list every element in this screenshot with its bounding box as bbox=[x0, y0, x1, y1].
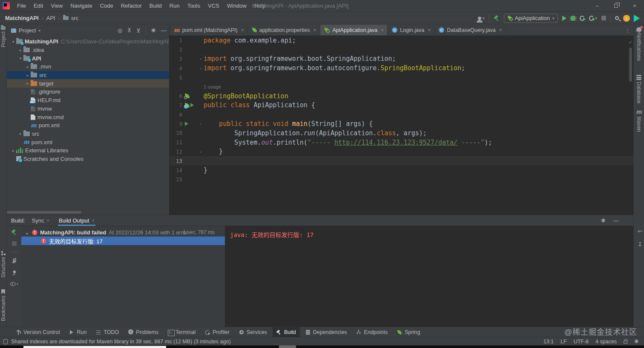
menu-view[interactable]: View bbox=[47, 0, 66, 12]
toolwindow-button-profiler[interactable]: Profiler bbox=[201, 327, 233, 337]
tab-close-icon[interactable]: × bbox=[46, 218, 49, 223]
fold-marker[interactable]: ▴ bbox=[198, 66, 204, 70]
menu-code[interactable]: Code bbox=[96, 0, 117, 12]
editor-tab-applicationproperties[interactable]: application.properties× bbox=[248, 25, 320, 35]
inspections-ok-icon[interactable]: ✓ bbox=[629, 39, 632, 45]
build-settings-gear-icon[interactable]: ✱ bbox=[601, 217, 606, 224]
toolwindow-button-services[interactable]: Services bbox=[235, 327, 271, 337]
menu-file[interactable]: File bbox=[13, 0, 30, 12]
status-item-131[interactable]: 13:1 bbox=[543, 339, 554, 345]
tree-row-mvnw[interactable]: mvnw bbox=[7, 105, 169, 113]
tree-row-gitignore[interactable]: .gitignore bbox=[7, 88, 169, 96]
status-item-4spaces[interactable]: 4 spaces bbox=[595, 339, 617, 345]
menu-build[interactable]: Build bbox=[146, 0, 166, 12]
soft-wrap-icon[interactable]: ↩ bbox=[638, 228, 642, 234]
tree-arrow[interactable]: ▸ bbox=[25, 65, 31, 69]
tree-row-pomxml[interactable]: mpom.xml bbox=[7, 121, 169, 130]
tree-row-MatchingAPI[interactable]: ▾MatchingAPIC:\Users\Dave-Cui\IdeaProjec… bbox=[7, 37, 169, 46]
tree-row-target[interactable]: ▸target bbox=[7, 79, 169, 88]
stop-build-button[interactable] bbox=[12, 241, 17, 246]
menu-edit[interactable]: Edit bbox=[30, 0, 47, 12]
editor-area[interactable]: mpom.xml (MatchingAPI)×application.prope… bbox=[170, 25, 633, 215]
tree-arrow[interactable]: ▸ bbox=[25, 81, 31, 86]
ide-plugin-icon[interactable] bbox=[634, 15, 640, 22]
tab-close-icon[interactable]: × bbox=[241, 27, 244, 33]
tree-arrow[interactable]: ⌄ bbox=[25, 229, 29, 236]
editor-scrollbar[interactable]: ✓ bbox=[628, 36, 633, 215]
tree-row-ScratchesandConsoles[interactable]: Scratches and Consoles bbox=[7, 155, 169, 163]
menu-window[interactable]: Window bbox=[223, 0, 250, 12]
editor-tab-pomxmlMatchingAPI[interactable]: mpom.xml (MatchingAPI)× bbox=[170, 25, 248, 35]
run-icon[interactable] bbox=[190, 103, 194, 107]
toolwindow-button-run[interactable]: Run bbox=[65, 327, 90, 337]
run-configuration-select[interactable]: ApiApplication ▾ bbox=[504, 14, 558, 23]
scrollbar-thumb[interactable] bbox=[629, 48, 632, 82]
spring-bean-icon[interactable] bbox=[185, 103, 190, 108]
tool-stripe-bookmarks[interactable]: Bookmarks bbox=[0, 289, 6, 321]
toolwindow-button-problems[interactable]: Problems bbox=[124, 327, 162, 337]
breadcrumb-item-matchingapi[interactable]: MatchingAPI bbox=[5, 15, 39, 21]
build-row-0[interactable]: ⌄!MatchingAPI: build failedAt 2022/12/26… bbox=[21, 228, 225, 237]
menu-refactor[interactable]: Refactor bbox=[117, 0, 146, 12]
toolwindow-button-dependencies[interactable]: Dependencies bbox=[302, 327, 351, 337]
usage-hint[interactable]: 1 usage bbox=[204, 84, 221, 89]
build-row-1[interactable]: !无效的目标发行版: 17 bbox=[21, 237, 225, 245]
tool-stripe-database[interactable]: Database bbox=[634, 75, 644, 103]
toolwindow-button-terminal[interactable]: Terminal bbox=[164, 327, 199, 337]
tool-stripe-maven[interactable]: m Maven bbox=[634, 109, 644, 132]
run-button[interactable] bbox=[562, 16, 566, 21]
toolwindow-button-version-control[interactable]: Version Control bbox=[12, 327, 63, 337]
toolwindow-button-todo[interactable]: TODO bbox=[92, 327, 123, 337]
menu-navigate[interactable]: Navigate bbox=[66, 0, 96, 12]
editor-tab-ApiApplicationjava[interactable]: ApiApplication.java× bbox=[320, 25, 388, 35]
tree-arrow[interactable]: ▾ bbox=[17, 56, 23, 60]
tree-row-mvnwcmd[interactable]: mvnw.cmd bbox=[7, 113, 169, 121]
minimize-button[interactable]: – bbox=[588, 0, 607, 12]
breadcrumb-item-api[interactable]: API bbox=[46, 15, 55, 21]
scroll-to-end-icon[interactable]: ↧ bbox=[638, 241, 642, 248]
run-icon[interactable] bbox=[185, 122, 188, 126]
tree-row-API[interactable]: ▾API bbox=[7, 54, 169, 63]
tab-close-icon[interactable]: × bbox=[499, 27, 502, 33]
editor-tab-DataBaseQueryjava[interactable]: CDataBaseQuery.java× bbox=[434, 25, 506, 35]
build-console[interactable]: java: 无效的目标发行版: 17 bbox=[225, 226, 633, 327]
tree-row-idea[interactable]: ▸.idea bbox=[7, 46, 169, 54]
search-everywhere-button[interactable] bbox=[615, 16, 619, 20]
tab-close-icon[interactable]: × bbox=[381, 27, 384, 33]
spring-search-icon[interactable] bbox=[185, 94, 190, 98]
coverage-run-button[interactable]: ▾ bbox=[589, 16, 597, 21]
build-project-button[interactable] bbox=[494, 15, 500, 21]
status-item-UTF8[interactable]: UTF-8 bbox=[574, 339, 589, 345]
tree-arrow[interactable]: ▸ bbox=[25, 73, 31, 77]
update-available-button[interactable]: ↑ bbox=[623, 15, 630, 22]
fold-marker[interactable]: ▴ bbox=[198, 150, 204, 154]
tool-stripe-project[interactable]: Project bbox=[0, 26, 6, 47]
tab-close-icon[interactable]: × bbox=[313, 27, 316, 33]
tree-row-src[interactable]: ▸src bbox=[7, 130, 169, 138]
view-options-button[interactable]: ▾ bbox=[10, 282, 18, 286]
tree-arrow[interactable]: ▸ bbox=[17, 131, 23, 136]
project-view-select[interactable]: Project ▾ bbox=[11, 27, 40, 34]
collapse-all-button[interactable]: ⊻ bbox=[137, 27, 141, 34]
tool-stripe-notifications[interactable]: Notifications bbox=[634, 27, 644, 61]
readonly-lock-icon[interactable] bbox=[624, 341, 627, 344]
tab-close-icon[interactable]: × bbox=[428, 27, 431, 33]
expand-all-button[interactable]: ⊼ bbox=[127, 27, 132, 34]
tree-row-HELPmd[interactable]: MDHELP.md bbox=[7, 96, 169, 105]
debug-button[interactable] bbox=[571, 16, 575, 21]
menu-tools[interactable]: Tools bbox=[184, 0, 204, 12]
tree-row-mvn[interactable]: ▸.mvn bbox=[7, 63, 169, 71]
user-profile-button[interactable]: ▾ bbox=[477, 16, 485, 20]
stop-button[interactable] bbox=[601, 16, 606, 20]
pin-tab-button[interactable] bbox=[11, 270, 17, 276]
breadcrumb-item-src[interactable]: src bbox=[71, 15, 78, 21]
menu-vcs[interactable]: VCS bbox=[204, 0, 223, 12]
event-log-gear-icon[interactable]: ✱ bbox=[634, 338, 639, 345]
fold-marker[interactable]: ▾ bbox=[198, 122, 204, 126]
menu-run[interactable]: Run bbox=[166, 0, 184, 12]
status-item-LF[interactable]: LF bbox=[561, 339, 567, 345]
tree-row-ExternalLibraries[interactable]: ▸External Libraries bbox=[7, 146, 169, 155]
tree-row-pomxml[interactable]: mpom.xml bbox=[7, 138, 169, 146]
code-editor[interactable]: ✓ 1package com.example.api;23▾import org… bbox=[170, 36, 633, 215]
build-tab-build-output[interactable]: Build Output× bbox=[58, 215, 95, 226]
